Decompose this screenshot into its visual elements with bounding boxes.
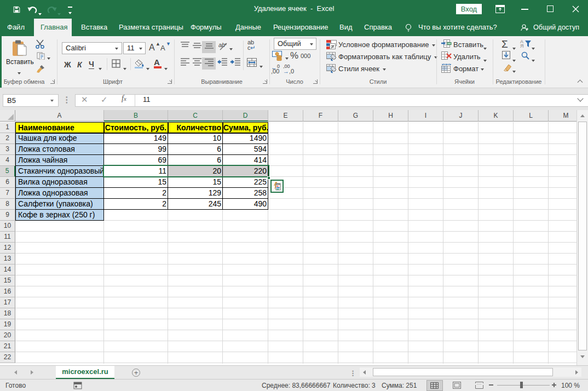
svg-text:ab: ab	[218, 42, 225, 48]
